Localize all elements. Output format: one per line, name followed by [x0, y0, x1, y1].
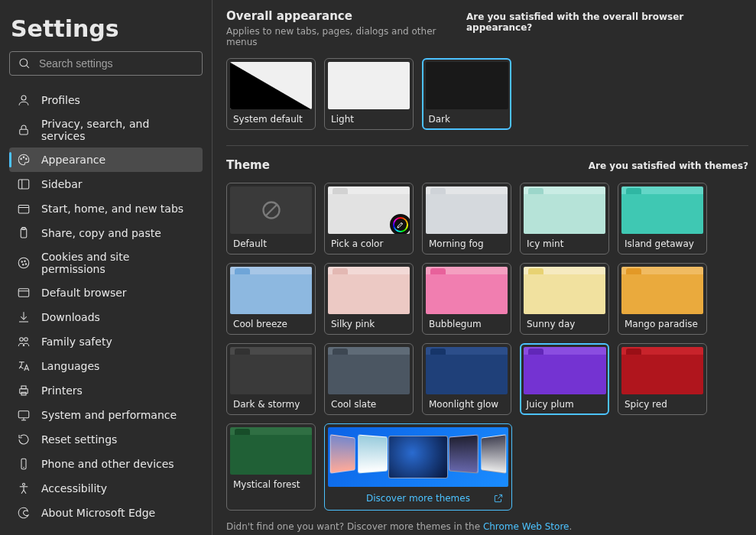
- theme-preview: [328, 186, 410, 234]
- theme-label: Mango paradise: [621, 319, 703, 329]
- appearance-options: System default Light Dark: [226, 58, 748, 130]
- sidebar-item-family[interactable]: Family safety: [9, 329, 203, 354]
- discover-preview: [328, 427, 508, 487]
- svg-point-5: [23, 157, 24, 158]
- sidebar-item-printers[interactable]: Printers: [9, 378, 203, 403]
- sidebar-item-label: About Microsoft Edge: [41, 507, 155, 519]
- theme-moonlight-glow[interactable]: Moonlight glow: [422, 343, 511, 415]
- appearance-feedback-link[interactable]: Are you satisfied with the overall brows…: [466, 11, 748, 33]
- theme-label: Island getaway: [621, 238, 703, 249]
- theme-label: Sunny day: [524, 319, 605, 329]
- theme-label: Mystical forest: [230, 479, 312, 490]
- svg-point-16: [25, 264, 27, 265]
- chrome-web-store-link[interactable]: Chrome Web Store: [483, 521, 569, 532]
- section-divider: [226, 145, 748, 146]
- sidebar-item-label: Start, home, and new tabs: [41, 203, 183, 215]
- sidebar-item-system[interactable]: System and performance: [9, 403, 203, 427]
- discover-more-themes-card[interactable]: Discover more themes: [324, 423, 512, 511]
- accessibility-icon: [17, 481, 31, 495]
- appearance-option-system-default[interactable]: System default: [226, 58, 316, 130]
- theme-title: Theme: [226, 158, 270, 172]
- discover-label: Discover more themes: [328, 491, 508, 505]
- theme-icy-mint[interactable]: Icy mint: [520, 183, 609, 255]
- theme-cool-slate[interactable]: Cool slate: [324, 343, 414, 415]
- svg-point-20: [24, 338, 28, 342]
- search-field[interactable]: [9, 51, 203, 76]
- svg-rect-17: [18, 289, 29, 297]
- paint-icon: [17, 153, 31, 167]
- theme-preview: [230, 267, 312, 314]
- svg-point-13: [21, 261, 23, 263]
- theme-grid: Default Pick a color Morning fog Icy min…: [226, 183, 748, 511]
- theme-silky-pink[interactable]: Silky pink: [324, 263, 414, 335]
- theme-preview: [328, 267, 410, 314]
- theme-cool-breeze[interactable]: Cool breeze: [226, 263, 316, 335]
- theme-label: Cool slate: [328, 399, 410, 410]
- theme-feedback-link[interactable]: Are you satisfied with themes?: [589, 160, 748, 171]
- theme-island-getaway[interactable]: Island getaway: [618, 183, 707, 255]
- sidebar-item-label: Profiles: [41, 94, 80, 106]
- sidebar-item-label: Printers: [41, 384, 83, 397]
- option-label: Dark: [426, 114, 508, 125]
- theme-preview: [621, 267, 703, 314]
- theme-dark-stormy[interactable]: Dark & stormy: [226, 343, 316, 415]
- sidebar-item-label: Accessibility: [41, 482, 107, 494]
- theme-label: Default: [230, 238, 312, 249]
- sidebar-item-label: Default browser: [41, 287, 127, 299]
- sidebar-item-phone[interactable]: Phone and other devices: [9, 452, 203, 476]
- appearance-option-light[interactable]: Light: [324, 58, 414, 130]
- theme-pick-a-color[interactable]: Pick a color: [324, 183, 414, 255]
- theme-bubblegum[interactable]: Bubblegum: [422, 263, 511, 335]
- appearance-option-dark[interactable]: Dark: [422, 58, 511, 130]
- theme-preview: [230, 186, 312, 234]
- sidebar-item-reset[interactable]: Reset settings: [9, 427, 203, 452]
- family-icon: [17, 335, 31, 349]
- svg-point-12: [18, 258, 29, 268]
- theme-sunny-day[interactable]: Sunny day: [520, 263, 609, 335]
- sidebar-item-label: System and performance: [41, 409, 177, 421]
- theme-label: Pick a color: [328, 238, 410, 249]
- external-link-icon: [493, 493, 504, 504]
- theme-mystical-forest[interactable]: Mystical forest: [226, 423, 316, 511]
- sidebar-item-accessibility[interactable]: Accessibility: [9, 476, 203, 501]
- theme-preview: [426, 267, 508, 314]
- theme-juicy-plum[interactable]: Juicy plum: [520, 343, 609, 415]
- sidebar-item-about[interactable]: About Microsoft Edge: [9, 501, 203, 525]
- clipboard-icon: [17, 226, 31, 240]
- svg-line-31: [266, 205, 277, 216]
- sidebar-item-share[interactable]: Share, copy and paste: [9, 221, 203, 245]
- sidebar-item-label: Phone and other devices: [41, 458, 174, 470]
- phone-icon: [17, 457, 31, 471]
- svg-rect-9: [18, 206, 29, 214]
- svg-point-0: [20, 59, 28, 66]
- sidebar-item-label: Languages: [41, 360, 99, 372]
- sidebar-item-downloads[interactable]: Downloads: [9, 305, 203, 329]
- theme-morning-fog[interactable]: Morning fog: [422, 183, 511, 255]
- theme-preview: [621, 347, 703, 394]
- theme-label: Cool breeze: [230, 319, 312, 329]
- sidebar-item-start[interactable]: Start, home, and new tabs: [9, 196, 203, 221]
- option-label: Light: [328, 114, 410, 125]
- system-icon: [17, 408, 31, 422]
- theme-mango-paradise[interactable]: Mango paradise: [618, 263, 707, 335]
- sidebar-item-profiles[interactable]: Profiles: [9, 88, 203, 112]
- cookie-icon: [17, 256, 31, 270]
- sidebar-item-label: Cookies and site permissions: [41, 251, 195, 275]
- theme-default[interactable]: Default: [226, 183, 316, 255]
- sidebar-item-languages[interactable]: Languages: [9, 354, 203, 378]
- theme-preview: [524, 267, 605, 314]
- sidebar-item-privacy[interactable]: Privacy, search, and services: [9, 112, 203, 148]
- settings-sidebar: Settings Profiles Privacy, search, and s…: [0, 0, 213, 535]
- sidebar-item-default-browser[interactable]: Default browser: [9, 280, 203, 305]
- svg-rect-3: [20, 129, 28, 135]
- sidebar-item-label: Appearance: [41, 154, 105, 166]
- sidebar-item-appearance[interactable]: Appearance: [9, 148, 203, 172]
- sidebar-item-label: Reset settings: [41, 433, 117, 446]
- theme-label: Bubblegum: [426, 319, 508, 329]
- theme-spicy-red[interactable]: Spicy red: [618, 343, 707, 415]
- theme-preview: [621, 186, 703, 234]
- sidebar-item-cookies[interactable]: Cookies and site permissions: [9, 245, 203, 280]
- search-input[interactable]: [39, 57, 194, 70]
- sidebar-item-sidebar[interactable]: Sidebar: [9, 172, 203, 196]
- browser-icon: [17, 286, 31, 300]
